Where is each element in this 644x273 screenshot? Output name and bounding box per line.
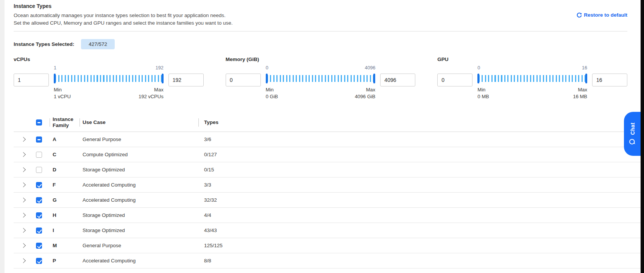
description-line-1: Ocean automatically manages your instanc… (14, 12, 233, 19)
vcpus-slider-group: vCPUs 1 192 Min 1 vCPU Max 192 vCPUs (14, 56, 204, 111)
table-row: R Memory Optimized 134/134 (14, 268, 641, 273)
instance-family: I (50, 228, 80, 234)
use-case: Accelerated Computing (80, 182, 198, 188)
use-case: Storage Optimized (80, 228, 198, 233)
slider-max-handle[interactable] (162, 74, 164, 83)
slider-min-caption: Min 0 GiB (266, 86, 278, 100)
restore-label: Restore to default (584, 12, 627, 18)
memory-range-slider[interactable]: 0 4096 Min 0 GiB Max 4096 GiB (266, 65, 376, 103)
table-row: G Accelerated Computing 32/32 (14, 193, 641, 208)
gpu-scale-min: 0 (477, 65, 480, 71)
header-text-block: Instance Types Ocean automatically manag… (14, 3, 233, 27)
expand-chevron-icon[interactable] (21, 152, 26, 157)
row-checkbox[interactable] (36, 228, 42, 234)
slider-max-caption: Max 192 vCPUs (139, 86, 164, 100)
row-checkbox[interactable] (36, 258, 42, 264)
gpu-range-slider[interactable]: 0 16 Min 0 MB Max 16 MB (477, 65, 587, 103)
chat-button[interactable]: Chat (624, 112, 641, 156)
row-checkbox[interactable] (36, 197, 42, 203)
slider-max-handle[interactable] (373, 74, 375, 83)
table-row: C Compute Optimized 0/127 (14, 147, 641, 162)
instance-family: M (50, 243, 80, 249)
vcpus-range-slider[interactable]: 1 192 Min 1 vCPU Max 192 vCPUs (54, 65, 164, 103)
row-checkbox[interactable] (36, 136, 42, 143)
instance-families-table: Instance Family Use Case Types A General… (14, 113, 641, 273)
row-checkbox[interactable] (36, 212, 42, 218)
selected-count-badge: 427/572 (81, 39, 115, 49)
instance-family: D (50, 167, 80, 173)
expand-chevron-icon[interactable] (21, 137, 26, 142)
memory-max-input[interactable] (380, 74, 415, 86)
memory-slider-group: Memory (GiB) 0 4096 Min 0 GiB Max 4096 G… (226, 56, 416, 111)
row-checkbox[interactable] (36, 167, 42, 173)
types-count: 3/3 (198, 182, 641, 188)
gpu-slider-group: GPU 0 16 Min 0 MB Max 16 MB (437, 56, 627, 111)
description-line-2: Set the allowed CPU, Memory and GPU rang… (14, 19, 233, 27)
refresh-icon (577, 13, 582, 18)
row-checkbox[interactable] (36, 152, 42, 158)
types-count: 125/125 (198, 243, 641, 248)
table-row: F Accelerated Computing 3/3 (14, 177, 641, 193)
slider-min-handle[interactable] (477, 74, 479, 83)
row-checkbox[interactable] (36, 182, 42, 188)
select-all-checkbox[interactable] (36, 119, 42, 126)
gpu-max-input[interactable] (592, 74, 627, 86)
vcpus-min-input[interactable] (14, 74, 49, 86)
gpu-min-input[interactable] (437, 74, 472, 86)
expand-chevron-icon[interactable] (21, 213, 26, 218)
table-row: M General Purpose 125/125 (14, 238, 641, 253)
restore-to-default-link[interactable]: Restore to default (577, 12, 627, 18)
types-count: 0/15 (198, 167, 641, 173)
column-header-use-case: Use Case (80, 119, 198, 125)
slider-min-handle[interactable] (266, 74, 268, 83)
memory-min-input[interactable] (226, 74, 261, 86)
selected-count-label: Instance Types Selected: (14, 41, 74, 47)
chat-button-content: Chat (629, 122, 636, 145)
use-case: General Purpose (80, 243, 198, 248)
instance-family: A (50, 136, 80, 143)
row-checkbox[interactable] (36, 243, 42, 249)
vcpus-scale-min: 1 (54, 65, 56, 71)
instance-family: C (50, 152, 80, 158)
vcpus-scale-max: 192 (156, 65, 164, 71)
table-row: H Storage Optimized 4/4 (14, 208, 641, 223)
expand-chevron-icon[interactable] (21, 228, 26, 233)
use-case: Accelerated Computing (80, 258, 198, 264)
slider-track (267, 75, 374, 82)
slider-min-handle[interactable] (54, 74, 56, 83)
header-divider (14, 31, 627, 31)
types-count: 4/4 (198, 212, 641, 218)
left-page-edge (0, 0, 5, 273)
expand-chevron-icon[interactable] (21, 198, 26, 202)
table-row: P Accelerated Computing 8/8 (14, 253, 641, 268)
expand-chevron-icon[interactable] (21, 182, 26, 187)
memory-scale-min: 0 (266, 65, 268, 71)
types-count: 43/43 (198, 228, 641, 233)
expand-chevron-icon[interactable] (21, 167, 26, 172)
vcpus-max-input[interactable] (168, 74, 204, 86)
expand-chevron-icon[interactable] (21, 258, 26, 263)
instance-family: F (50, 182, 80, 188)
memory-scale-max: 4096 (365, 65, 376, 71)
types-count: 0/127 (198, 152, 641, 157)
panel-header: Instance Types Ocean automatically manag… (14, 3, 627, 27)
instance-family: H (50, 212, 80, 218)
column-header-types: Types (198, 119, 641, 125)
chat-bubble-icon (629, 138, 636, 145)
slider-track (55, 75, 162, 82)
use-case: General Purpose (80, 136, 198, 142)
types-count: 32/32 (198, 197, 641, 203)
range-sliders-row: vCPUs 1 192 Min 1 vCPU Max 192 vCPUs (14, 56, 627, 111)
page-title: Instance Types (14, 3, 233, 9)
slider-max-handle[interactable] (585, 74, 587, 83)
table-row: A General Purpose 3/6 (14, 132, 641, 147)
column-header-instance-family: Instance Family (50, 116, 80, 129)
expand-chevron-icon[interactable] (21, 243, 26, 248)
slider-max-caption: Max 16 MB (573, 86, 587, 100)
use-case: Storage Optimized (80, 167, 198, 173)
gpu-scale-max: 16 (582, 65, 587, 71)
slider-min-caption: Min 1 vCPU (54, 86, 71, 100)
instance-family: P (50, 258, 80, 264)
instance-family: G (50, 197, 80, 203)
memory-label: Memory (GiB) (226, 56, 416, 62)
